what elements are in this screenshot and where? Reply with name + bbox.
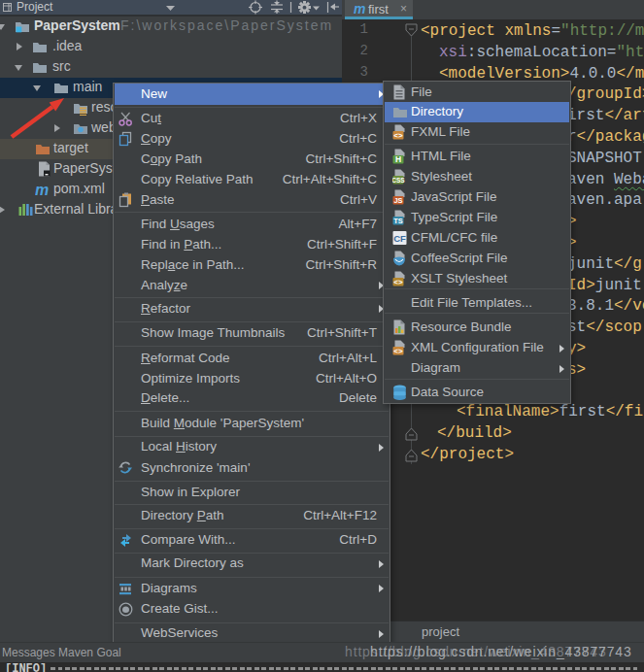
svg-text:JS: JS <box>393 196 402 205</box>
svg-text:<>: <> <box>393 131 403 140</box>
svg-text:CF: CF <box>393 233 406 244</box>
svg-text:m: m <box>35 183 49 198</box>
svg-text:TS: TS <box>393 217 403 225</box>
svg-text:<>: <> <box>393 278 403 286</box>
svg-text:<>: <> <box>393 347 403 355</box>
svg-text:H: H <box>395 154 401 164</box>
svg-text:CSS: CSS <box>392 177 405 184</box>
